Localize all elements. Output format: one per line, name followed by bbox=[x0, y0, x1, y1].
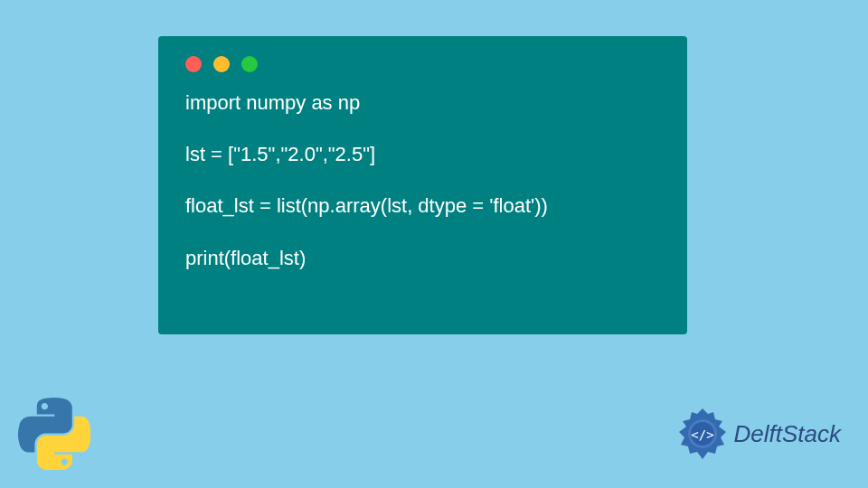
minimize-icon bbox=[213, 56, 230, 72]
delft-stack-branding: </> DelftStack bbox=[675, 407, 842, 461]
delft-stack-text: DelftStack bbox=[734, 420, 842, 448]
window-controls bbox=[185, 56, 660, 72]
code-window: import numpy as np lst = ["1.5","2.0","2… bbox=[158, 36, 687, 334]
code-line-3: lst = ["1.5","2.0","2.5"] bbox=[185, 143, 375, 165]
code-line-5: float_lst = list(np.array(lst, dtype = '… bbox=[185, 194, 548, 217]
python-logo-icon bbox=[18, 398, 90, 470]
svg-text:</>: </> bbox=[691, 427, 713, 442]
code-content: import numpy as np lst = ["1.5","2.0","2… bbox=[185, 90, 660, 271]
maximize-icon bbox=[241, 56, 258, 72]
delft-stack-logo-icon: </> bbox=[675, 407, 730, 461]
code-line-7: print(float_lst) bbox=[185, 247, 306, 269]
code-line-1: import numpy as np bbox=[185, 91, 360, 114]
close-icon bbox=[185, 56, 202, 72]
